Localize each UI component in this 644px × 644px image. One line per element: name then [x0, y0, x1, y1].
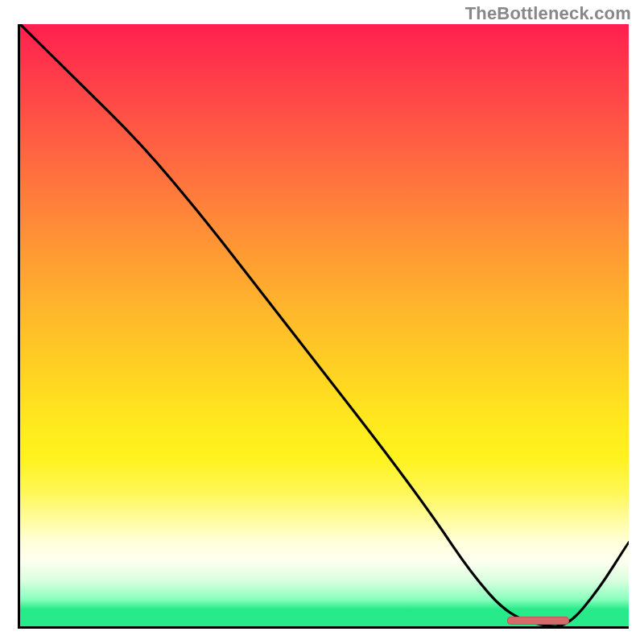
watermark-text: TheBottleneck.com — [465, 3, 631, 24]
optimal-range-marker — [507, 617, 570, 625]
chart-container: TheBottleneck.com — [0, 0, 644, 644]
bottleneck-curve — [20, 24, 629, 626]
plot-area — [18, 24, 629, 629]
curve-path — [20, 24, 629, 626]
